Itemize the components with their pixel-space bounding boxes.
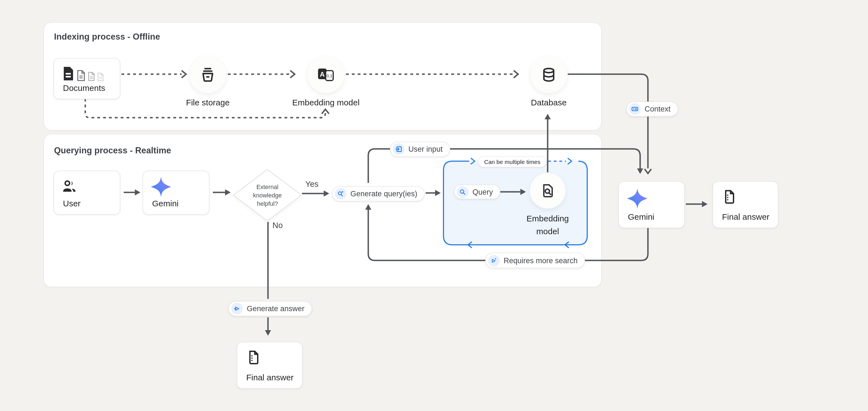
branch-spark-icon <box>488 255 500 266</box>
svg-text:0,1: 0,1 <box>327 74 332 78</box>
user-input-pill: User input <box>390 142 450 157</box>
decision-text: External knowledge helpful? <box>232 169 303 222</box>
text-to-numbers-icon: A 0,1 <box>317 67 335 83</box>
gemini-answer-label: Gemini <box>628 212 654 222</box>
documents-label: Documents <box>63 83 105 93</box>
final-answer-right-node: Final answer <box>713 181 778 228</box>
storage-bucket-icon <box>199 66 216 83</box>
context-pill: Context <box>626 101 678 117</box>
file-storage-node <box>189 56 226 93</box>
database-label: Database <box>515 97 582 107</box>
gemini-star-icon <box>626 187 649 210</box>
gemini-router-node: Gemini <box>143 171 210 215</box>
send-icon <box>231 303 243 315</box>
document-icon <box>721 188 737 205</box>
document-icon <box>246 349 261 366</box>
database-node <box>530 56 567 93</box>
database-cylinder-icon <box>540 66 557 83</box>
querying-panel-title: Querying process - Realtime <box>54 146 171 155</box>
documents-stack-icon <box>62 66 104 81</box>
input-arrow-icon <box>393 143 404 155</box>
context-field-icon <box>629 103 641 115</box>
requires-more-search-pill: Requires more search <box>485 253 585 268</box>
embedding-model-query-node <box>530 173 565 209</box>
edge-label-no: No <box>273 221 283 230</box>
user-label: User <box>63 199 81 208</box>
rag-architecture-diagram: Indexing process - Offline Querying proc… <box>0 0 868 411</box>
gemini-answer-node: Gemini <box>618 181 685 228</box>
final-answer-right-label: Final answer <box>722 212 769 222</box>
can-be-multiple-times-pill: Can be multiple times <box>478 156 547 167</box>
gemini-router-label: Gemini <box>152 199 179 208</box>
final-answer-bottom-node: Final answer <box>237 342 303 389</box>
indexing-panel-title: Indexing process - Offline <box>54 32 160 42</box>
documents-node: Documents <box>54 58 120 99</box>
document-search-icon <box>539 182 556 199</box>
final-answer-bottom-label: Final answer <box>246 373 293 382</box>
generate-answer-pill: Generate answer <box>228 301 312 316</box>
embedding-model-query-label: Embedding model <box>509 212 587 238</box>
search-spark-icon <box>335 188 346 200</box>
user-node: User <box>54 171 120 215</box>
embedding-model-index-label: Embedding model <box>287 97 365 107</box>
gemini-star-icon <box>150 176 172 198</box>
decision-diamond: External knowledge helpful? <box>232 169 303 222</box>
generate-queries-pill: Generate query(ies) <box>332 186 425 201</box>
svg-text:A: A <box>320 70 325 78</box>
file-storage-label: File storage <box>175 97 241 107</box>
query-pill: Query <box>454 184 500 199</box>
search-icon <box>457 186 469 198</box>
edge-label-yes: Yes <box>305 180 318 188</box>
people-icon <box>62 180 78 194</box>
embedding-model-index-node: A 0,1 <box>308 56 344 93</box>
